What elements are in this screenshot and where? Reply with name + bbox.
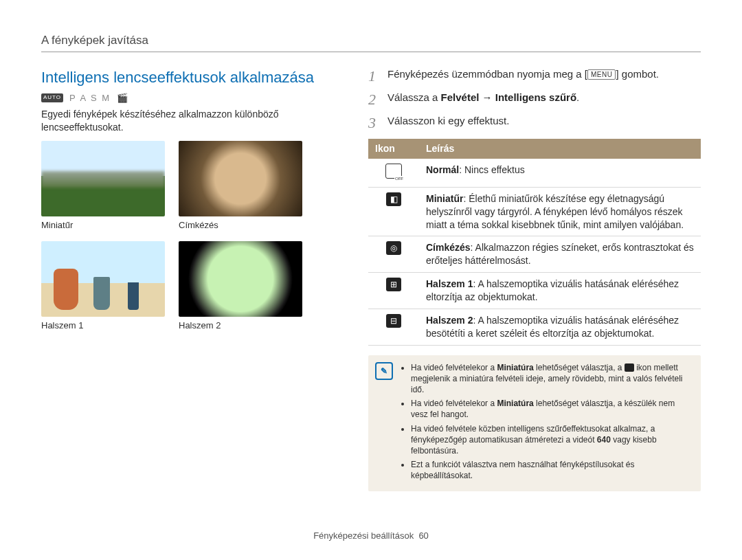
header-rule (41, 52, 701, 52)
table-row: ⊞ Halszem 1: A halszemoptika vizuális ha… (368, 273, 701, 309)
row3-bold: Halszem 1 (426, 278, 473, 289)
effect-miniature-icon: ◧ (386, 192, 401, 206)
effect-vignette-icon: ◎ (386, 241, 401, 255)
n0-pre: Ha videó felvételekor a (411, 363, 497, 372)
caption-miniature: Miniatűr (41, 219, 165, 232)
row4-bold: Halszem 2 (426, 315, 473, 326)
note-box: ✎ Ha videó felvételekor a Miniatúra lehe… (368, 355, 701, 491)
step2-post: . (576, 91, 579, 103)
row2-bold: Címkézés (426, 242, 471, 253)
miniature-inline-icon (625, 363, 634, 372)
step-text: Fényképezés üzemmódban nyomja meg a [MEN… (387, 67, 701, 81)
list-item: Ha videó felvétele közben intelligens sz… (411, 423, 691, 457)
step-number: 3 (368, 114, 387, 131)
step-number: 1 (368, 67, 387, 84)
list-item: Ha videó felvételekor a Miniatúra lehető… (411, 362, 691, 396)
thumb-vignette (179, 141, 302, 216)
table-row: ⊟ Halszem 2: A halszemoptika vizuális ha… (368, 309, 701, 345)
th-icon: Ikon (368, 139, 419, 159)
step-text: Válassza a Felvétel → Intelligens szűrő. (387, 91, 701, 104)
list-item: Ezt a funkciót választva nem használhat … (411, 459, 691, 481)
steps-list: 1 Fényképezés üzemmódban nyomja meg a [M… (368, 67, 701, 131)
step-number: 2 (368, 91, 387, 107)
row1-rest: : Élethű miniatűrök készítése egy életna… (426, 193, 684, 230)
mode-auto-icon: AUTO (41, 93, 63, 102)
note-list: Ha videó felvételekor a Miniatúra lehető… (400, 362, 691, 484)
n2-640: 640 (597, 435, 611, 445)
mode-video-icon: 🎬 (117, 92, 128, 104)
step1-pre: Fényképezés üzemmódban nyomja meg a (387, 68, 585, 80)
effect-fisheye2-icon: ⊟ (386, 314, 401, 328)
thumb-miniature (41, 141, 165, 216)
table-row: ◧ Miniatűr: Élethű miniatűrök készítése … (368, 187, 701, 236)
thumb-fisheye1 (41, 241, 165, 317)
caption-fisheye2: Halszem 2 (179, 320, 302, 332)
page-footer: Fényképezési beállítások 60 (0, 530, 742, 542)
mode-row: AUTO P A S M 🎬 (41, 92, 344, 104)
effect-off-icon (385, 164, 402, 179)
step2-bold: Felvétel → Intelligens szűrő (441, 91, 577, 103)
menu-button-label: MENU (587, 69, 616, 80)
caption-fisheye1: Halszem 1 (41, 320, 165, 332)
n1-b: Miniatúra (497, 399, 533, 408)
effects-table: Ikon Leírás Normál: Nincs effektus ◧ Min… (368, 139, 701, 346)
footer-label: Fényképezési beállítások (313, 530, 414, 541)
th-desc: Leírás (419, 139, 701, 159)
row1-bold: Miniatűr (426, 193, 463, 204)
row0-rest: : Nincs effektus (459, 164, 524, 175)
n1-pre: Ha videó felvételekor a (411, 399, 497, 408)
step2-pre: Válassza a (387, 91, 441, 103)
info-icon: ✎ (375, 362, 393, 380)
mode-letters: P A S M (69, 92, 111, 104)
n0-b: Miniatúra (497, 363, 533, 372)
table-row: Normál: Nincs effektus (368, 159, 701, 187)
step-text: Válasszon ki egy effektust. (387, 114, 701, 128)
table-row: ◎ Címkézés: Alkalmazzon régies színeket,… (368, 236, 701, 273)
caption-vignette: Címkézés (179, 219, 302, 232)
list-item: Ha videó felvételekor a Miniatúra lehető… (411, 398, 691, 420)
headline: Intelligens lencseeffektusok alkalmazása (41, 67, 344, 88)
thumb-fisheye2 (179, 241, 302, 317)
page-number: 60 (418, 530, 428, 541)
effect-fisheye1-icon: ⊞ (386, 278, 401, 291)
n0-mid: lehetőséget választja, a (534, 363, 625, 372)
page-section-title: A fényképek javítása (41, 33, 701, 49)
row0-bold: Normál (426, 164, 459, 175)
intro-text: Egyedi fényképek készítéséhez alkalmazzo… (41, 108, 344, 134)
n3-pre: Ezt a funkciót választva nem használhat … (411, 460, 635, 480)
step1-post: gombot. (619, 68, 659, 80)
